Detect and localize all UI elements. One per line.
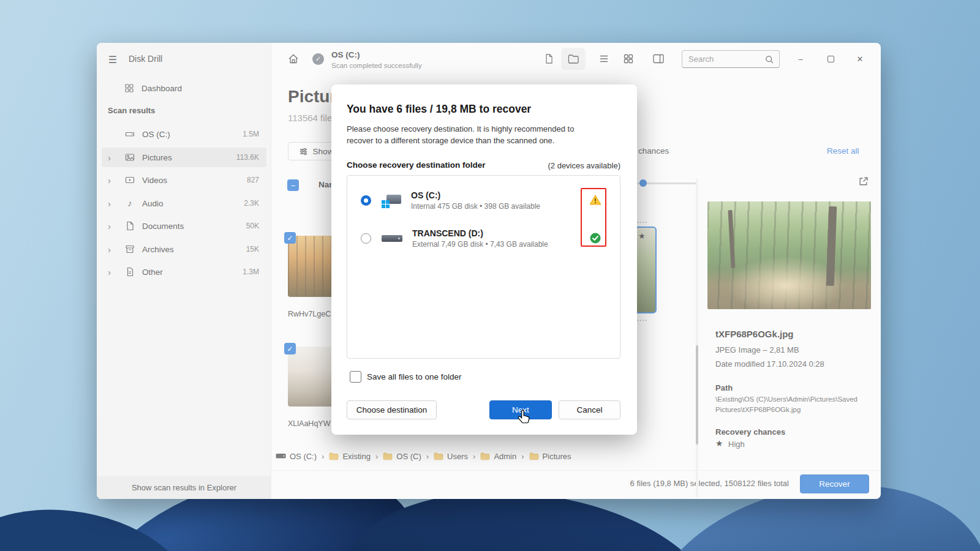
sidebar-item-label: Documents [135, 222, 246, 231]
chevron-icon[interactable]: › [108, 175, 118, 186]
radio-unselected[interactable] [361, 233, 371, 244]
close-button[interactable]: ✕ [851, 50, 869, 67]
destination-folder-label: Choose recovery destination folder [347, 160, 486, 170]
chevron-icon[interactable]: › [108, 244, 118, 255]
chevron-icon[interactable]: › [108, 198, 118, 209]
chevron-icon[interactable]: › [108, 152, 118, 163]
file-checkbox[interactable]: ✓ [284, 343, 296, 354]
other-files-icon [125, 267, 135, 277]
breadcrumb-item-admin[interactable]: Admin [480, 452, 516, 461]
recovery-destination-dialog: You have 6 files / 19,8 MB to recover Pl… [331, 84, 637, 435]
cancel-button[interactable]: Cancel [559, 400, 620, 419]
file-count-subtitle: 113564 files [288, 113, 337, 123]
sidebar-item-audio[interactable]: › ♪ Audio 2.3K [102, 193, 266, 213]
sidebar-item-os-c[interactable]: OS (C:) 1.5M [102, 124, 266, 144]
recovery-chances-filter-label[interactable]: chances [638, 146, 669, 156]
ok-check-icon [589, 232, 601, 244]
breadcrumb: OS (C:) › Existing › OS (C) › [276, 448, 571, 465]
choose-destination-button[interactable]: Choose destination [347, 400, 437, 419]
open-external-icon[interactable] [858, 176, 869, 187]
videos-icon [125, 175, 135, 185]
minimize-button[interactable]: – [791, 50, 810, 67]
dialog-description: Please choose recovery destination. It i… [347, 124, 601, 147]
sidebar-item-videos[interactable]: › Videos 827 [102, 170, 266, 190]
scrollbar-thumb[interactable] [696, 345, 698, 444]
breadcrumb-label: Pictures [543, 452, 571, 461]
breadcrumb-separator: › [521, 452, 524, 461]
sidebar-item-label: Other [135, 268, 243, 277]
search-icon[interactable] [765, 55, 774, 64]
chevron-icon[interactable]: › [108, 267, 118, 277]
breadcrumb-item-existing[interactable]: Existing [329, 452, 371, 461]
devices-available-label: (2 devices available) [548, 161, 620, 170]
file-name[interactable]: XLlAaHqYW [288, 419, 330, 428]
drive-icon [276, 453, 286, 459]
preview-fileinfo: JPEG Image – 2,81 MB [715, 345, 799, 354]
device-option-os-c[interactable]: OS (C:) Internal 475 GB disk • 398 GB av… [347, 186, 620, 215]
sidebar-item-dashboard[interactable]: Dashboard [102, 78, 266, 98]
grid-view-icon[interactable] [623, 53, 634, 64]
recover-button-label: Recover [819, 479, 850, 489]
hamburger-menu-button[interactable]: ☰ [104, 51, 121, 67]
breadcrumb-item-users[interactable]: Users [434, 452, 468, 461]
file-checkbox[interactable]: ✓ [284, 232, 296, 244]
device-option-transcend-d[interactable]: TRANSCEND (D:) External 7,49 GB disk • 7… [347, 223, 620, 253]
sidebar-item-archives[interactable]: › Archives 15K [102, 239, 266, 259]
device-details: External 7,49 GB disk • 7,43 GB availabl… [412, 240, 548, 249]
sidebar-item-count: 50K [246, 222, 259, 230]
device-details: Internal 475 GB disk • 398 GB available [411, 202, 540, 211]
maximize-button[interactable] [821, 50, 840, 67]
search-box [682, 50, 780, 68]
folder-view-button[interactable] [561, 48, 586, 70]
app-title: Disk Drill [129, 54, 162, 64]
sidebar-item-label: Audio [135, 199, 244, 208]
sidebar-item-documents[interactable]: › Documents 50K [102, 216, 266, 236]
documents-icon [125, 221, 135, 231]
breadcrumb-item-os-c[interactable]: OS (C) [383, 452, 421, 461]
radio-selected[interactable] [361, 195, 371, 206]
next-button[interactable]: Next [489, 400, 552, 419]
check-glyph: ✓ [287, 234, 293, 242]
desktop: ☰ Disk Drill Dashboard Scan results OS (… [0, 0, 980, 551]
sidebar-item-other[interactable]: › Other 1.3M [102, 262, 266, 282]
sidebar-item-pictures[interactable]: › Pictures 113.6K [102, 148, 266, 167]
device-name: TRANSCEND (D:) [412, 228, 548, 238]
preview-date-modified: Date modified 17.10.2024 0:28 [715, 359, 824, 369]
next-button-label: Next [512, 405, 529, 414]
footer-button-label: Show scan results in Explorer [132, 483, 236, 492]
new-document-icon[interactable] [544, 53, 555, 64]
minimize-icon: – [798, 54, 802, 64]
breadcrumb-item-drive[interactable]: OS (C:) [276, 452, 317, 461]
maximize-icon [827, 56, 834, 62]
sidebar-item-count: 1.5M [243, 130, 259, 138]
path-value: \Existing\OS (C)\Users\Admin\Pictures\Sa… [715, 394, 870, 414]
breadcrumb-item-pictures[interactable]: Pictures [529, 452, 571, 461]
list-view-icon[interactable] [598, 53, 609, 64]
file-name[interactable]: RwHv7LgeC [288, 310, 331, 318]
warning-icon [589, 194, 601, 206]
star-icon[interactable]: ★ [638, 231, 646, 241]
reset-all-link[interactable]: Reset all [827, 146, 859, 156]
folder-icon [529, 452, 539, 460]
recover-button[interactable]: Recover [800, 474, 869, 493]
home-icon[interactable] [287, 53, 300, 65]
sidebar-item-count: 1.3M [243, 268, 259, 276]
breadcrumb-label: Admin [494, 452, 516, 461]
save-to-one-folder-checkbox[interactable] [350, 371, 361, 383]
search-input[interactable] [682, 51, 761, 67]
preview-image[interactable] [707, 201, 871, 309]
select-all-checkbox[interactable]: – [287, 179, 299, 191]
breadcrumb-separator: › [322, 452, 324, 461]
chevron-icon[interactable]: › [108, 221, 118, 231]
scrollbar-track[interactable] [696, 179, 698, 497]
sidebar-item-label: Pictures [135, 153, 236, 162]
sidebar-item-count: 2.3K [244, 199, 259, 208]
sidebar-item-label: Dashboard [134, 84, 259, 93]
current-drive-label: OS (C:) [331, 50, 360, 59]
star-icon: ★ [715, 438, 723, 448]
preview-panel-icon[interactable] [652, 53, 665, 65]
breadcrumb-separator: › [375, 452, 378, 461]
thumbnail-size-slider-thumb[interactable] [639, 179, 647, 187]
breadcrumb-label: OS (C:) [290, 452, 317, 461]
show-results-in-explorer-button[interactable]: Show scan results in Explorer [97, 476, 271, 499]
